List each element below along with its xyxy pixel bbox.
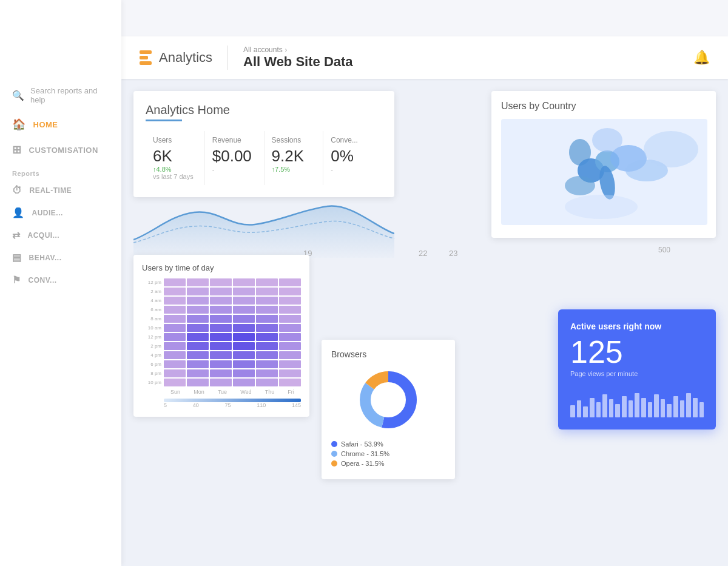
sidebar-item-home-label: HOME	[33, 120, 58, 129]
mini-bar-item	[641, 398, 646, 417]
sidebar-item-home[interactable]: 🏠 HOME	[0, 112, 121, 137]
active-users-title: Active users right now	[570, 322, 704, 331]
heatmap-cell	[187, 369, 209, 377]
chrome-color-dot	[331, 451, 337, 457]
main-content: Analytics Home Users 6K ↑4.8% vs last 7 …	[121, 79, 728, 566]
heatmap-cell	[279, 369, 301, 377]
heatmap-cell	[279, 379, 301, 386]
heatmap-cell	[210, 288, 232, 295]
heatmap-cell	[187, 297, 209, 305]
sidebar-item-conversions[interactable]: ⚑ CONV...	[0, 269, 121, 291]
metric-conv-value: 0%	[331, 147, 375, 166]
app-title: Analytics	[159, 50, 212, 66]
legend-opera: Opera - 31.5%	[331, 460, 445, 467]
sidebar: 🔍 Search reports and help 🏠 HOME ⊞ CUSTO…	[0, 0, 121, 566]
sidebar-item-behaviour[interactable]: ▤ BEHAV...	[0, 246, 121, 269]
sidebar-item-audience[interactable]: 👤 AUDIE...	[0, 201, 121, 224]
search-row[interactable]: 🔍 Search reports and help	[0, 79, 121, 112]
europe-map-svg	[501, 119, 707, 225]
svg-point-8	[644, 131, 698, 167]
header-divider	[228, 45, 228, 70]
notification-bell-icon[interactable]: 🔔	[693, 50, 710, 66]
map-container	[501, 119, 706, 228]
home-icon: 🏠	[12, 118, 26, 131]
active-users-count: 125	[570, 336, 704, 368]
heatmap-cell	[233, 351, 255, 359]
heatmap-cell	[233, 360, 255, 368]
donut-chart	[331, 366, 445, 433]
heatmap-body: 12 pm 2 am 4 am 6 am 8 am 10 am 12 pm 2 …	[142, 278, 301, 386]
heatmap-cell	[164, 315, 186, 323]
chart-num-500: 500	[658, 246, 670, 254]
heatmap-cell	[256, 288, 278, 295]
heatmap-cell	[256, 297, 278, 305]
sidebar-item-acquisition[interactable]: ⇄ ACQUI...	[0, 224, 121, 246]
svg-point-3	[565, 176, 595, 195]
metric-conversions: Conve... 0% -	[323, 131, 382, 185]
header-logo: Analytics	[140, 50, 212, 66]
heatmap-cell	[164, 324, 186, 332]
customisation-icon: ⊞	[12, 143, 22, 157]
metrics-row: Users 6K ↑4.8% vs last 7 days Revenue $0…	[146, 131, 382, 185]
heatmap-cell	[279, 306, 301, 314]
mini-bar-item	[699, 402, 704, 417]
metric-users-label: Users	[153, 136, 197, 144]
legend-safari: Safari - 53.9%	[331, 440, 445, 448]
heatmap-cell	[164, 342, 186, 350]
heatmap-cell	[233, 342, 255, 350]
svg-point-14	[372, 384, 404, 416]
mini-bar-item	[615, 404, 620, 417]
heatmap-cell	[164, 333, 186, 341]
heatmap-cell	[256, 324, 278, 332]
heatmap-cell	[210, 342, 232, 350]
heatmap-cell	[233, 297, 255, 305]
metric-sessions-value: 9.2K	[272, 147, 316, 166]
breadcrumb-parent[interactable]: All accounts ›	[243, 45, 353, 54]
browsers-legend: Safari - 53.9% Chrome - 31.5% Opera - 31…	[331, 440, 445, 467]
heatmap-cell	[279, 342, 301, 350]
heatmap-cell	[210, 278, 232, 286]
metric-users: Users 6K ↑4.8% vs last 7 days	[146, 131, 205, 185]
reports-section-label: Reports	[0, 163, 121, 180]
heatmap-scale-labels: 5 40 75 110 145	[142, 402, 301, 408]
mini-bar-item	[654, 394, 659, 417]
analytics-home-title: Analytics Home	[146, 103, 382, 117]
heatmap-cell	[210, 333, 232, 341]
mini-bar-item	[596, 402, 601, 417]
mini-bar-item	[609, 399, 614, 417]
svg-point-9	[565, 195, 638, 219]
metric-sessions: Sessions 9.2K ↑7.5%	[265, 131, 324, 185]
heatmap-cell	[210, 379, 232, 386]
sidebar-item-customisation[interactable]: ⊞ CUSTOMISATION	[0, 137, 121, 163]
mini-bar-item	[667, 404, 672, 417]
mini-bar-item	[570, 405, 575, 417]
heatmap-cell	[279, 288, 301, 295]
heatmap-cell	[279, 297, 301, 305]
breadcrumb-current: All Web Site Data	[243, 54, 353, 70]
heatmap-cell	[279, 333, 301, 341]
heatmap-cells-area	[164, 278, 301, 386]
legend-chrome: Chrome - 31.5%	[331, 450, 445, 457]
heatmap-cell	[187, 324, 209, 332]
active-users-card: Active users right now 125 Page views pe…	[558, 309, 716, 430]
heatmap-cell	[187, 342, 209, 350]
mini-bar-item	[673, 396, 678, 417]
heatmap-cell	[256, 278, 278, 286]
heatmap-cell	[164, 360, 186, 368]
mini-bar-item	[635, 393, 639, 417]
heatmap-cell	[210, 306, 232, 314]
search-icon: 🔍	[12, 90, 24, 101]
heatmap-cell	[233, 369, 255, 377]
heatmap-card: Users by time of day 12 pm 2 am 4 am 6 a…	[133, 255, 309, 417]
mini-bar-item	[577, 400, 582, 417]
heatmap-cell	[256, 360, 278, 368]
sidebar-item-realtime[interactable]: ⏱ REAL-TIME	[0, 180, 121, 201]
audience-icon: 👤	[12, 207, 25, 218]
browsers-card: Browsers Safari - 53.9% Chrome - 31.5%	[322, 340, 455, 479]
heatmap-cell	[187, 278, 209, 286]
mini-bar-item	[629, 400, 633, 417]
title-underline	[146, 120, 182, 121]
mini-bar-chart	[570, 387, 704, 417]
heatmap-x-labels: Sun Mon Tue Wed Thu Fri	[142, 389, 301, 395]
heatmap-cell	[210, 360, 232, 368]
